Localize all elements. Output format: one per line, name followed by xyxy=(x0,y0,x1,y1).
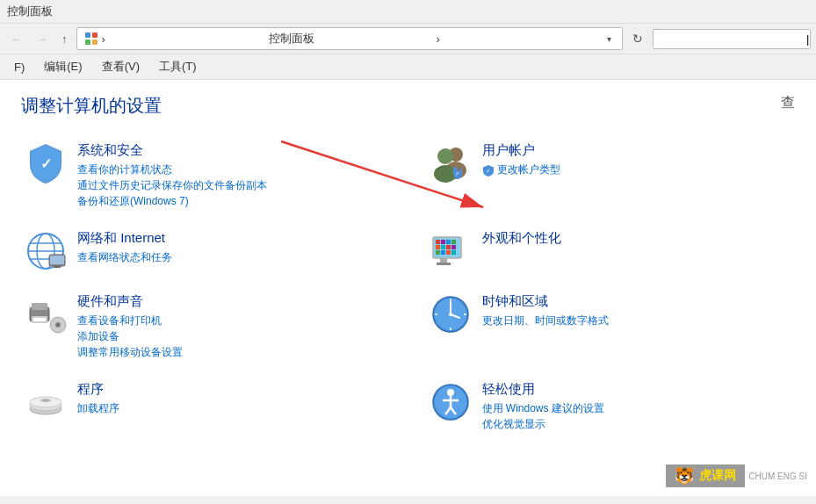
clock-icon xyxy=(430,293,472,335)
hardware-title[interactable]: 硬件和声音 xyxy=(77,293,387,310)
hardware-link-1[interactable]: 查看设备和打印机 xyxy=(77,313,387,328)
cp-item-clock[interactable]: 时钟和区域 更改日期、时间或数字格式 xyxy=(426,286,796,367)
svg-rect-35 xyxy=(440,258,447,263)
refresh-button[interactable]: ↻ xyxy=(626,29,649,48)
ease-title[interactable]: 轻松使用 xyxy=(482,381,792,398)
system-security-link-2[interactable]: 通过文件历史记录保存你的文件备份副本 xyxy=(77,177,387,193)
svg-point-9 xyxy=(437,148,453,164)
svg-rect-0 xyxy=(85,32,90,38)
system-security-text: 系统和安全 查看你的计算机状态 通过文件历史记录保存你的文件备份副本 备份和还原… xyxy=(77,142,387,209)
back-button[interactable]: ← xyxy=(5,30,27,48)
programs-link-1[interactable]: 卸载程序 xyxy=(77,400,387,416)
system-security-icon: ✓ xyxy=(25,142,67,184)
breadcrumb-label: › xyxy=(102,32,266,46)
network-title[interactable]: 网络和 Internet xyxy=(77,230,387,247)
programs-icon xyxy=(25,381,67,423)
title-bar: 控制面板 xyxy=(0,0,816,24)
forward-button[interactable]: → xyxy=(31,30,53,48)
svg-text:✓: ✓ xyxy=(486,168,491,174)
hardware-link-2[interactable]: 添加设备 xyxy=(77,328,387,344)
ease-link-2[interactable]: 优化视觉显示 xyxy=(482,416,792,432)
svg-rect-28 xyxy=(441,245,445,249)
svg-rect-1 xyxy=(92,32,97,38)
svg-point-57 xyxy=(44,400,47,401)
svg-point-43 xyxy=(57,324,60,327)
search-cursor: | xyxy=(806,32,809,46)
svg-rect-24 xyxy=(441,240,445,244)
cp-item-programs[interactable]: 程序 卸载程序 xyxy=(21,374,391,439)
svg-rect-36 xyxy=(437,263,451,265)
programs-title[interactable]: 程序 xyxy=(77,381,387,398)
view-toggle-icon[interactable]: 查 xyxy=(781,94,795,112)
cp-item-appearance[interactable]: 外观和个性化 xyxy=(426,223,796,279)
address-dropdown-button[interactable]: ▾ xyxy=(603,34,615,44)
appearance-title[interactable]: 外观和个性化 xyxy=(482,230,792,247)
up-button[interactable]: ↑ xyxy=(56,30,73,48)
svg-rect-30 xyxy=(451,245,456,249)
svg-rect-27 xyxy=(436,245,440,249)
appearance-text: 外观和个性化 xyxy=(482,230,792,249)
menu-edit[interactable]: 编辑(E) xyxy=(35,56,90,77)
cp-item-network[interactable]: 网络和 Internet 查看网络状态和任务 xyxy=(21,223,391,279)
user-accounts-link-1[interactable]: ✓ 更改帐户类型 xyxy=(482,162,792,177)
svg-rect-38 xyxy=(32,303,47,310)
clock-title[interactable]: 时钟和区域 xyxy=(482,293,792,310)
svg-rect-40 xyxy=(33,318,46,321)
control-panel-grid: ✓ 系统和安全 查看你的计算机状态 通过文件历史记录保存你的文件备份副本 备份和… xyxy=(21,135,795,439)
system-security-title[interactable]: 系统和安全 xyxy=(77,142,387,159)
cp-item-user-accounts[interactable]: ✓ 用户帐户 ✓ 更改帐户类型 xyxy=(426,135,796,216)
watermark-icon: 🐯 xyxy=(675,466,694,486)
clock-text: 时钟和区域 更改日期、时间或数字格式 xyxy=(482,293,792,328)
watermark-en: CHUM ENG SI xyxy=(748,472,807,481)
svg-rect-26 xyxy=(451,240,456,244)
svg-rect-19 xyxy=(50,256,64,264)
svg-rect-29 xyxy=(446,245,451,249)
ease-icon xyxy=(430,381,472,423)
svg-rect-3 xyxy=(92,40,97,45)
address-text: 控制面板 xyxy=(269,31,433,47)
svg-point-60 xyxy=(447,389,454,396)
search-box[interactable]: | xyxy=(653,29,811,49)
search-input[interactable] xyxy=(659,32,806,46)
hardware-link-3[interactable]: 调整常用移动设备设置 xyxy=(77,344,387,360)
appearance-icon xyxy=(430,230,472,272)
main-content: 调整计算机的设置 查 ✓ 系统和安全 查看你的计算机状态 通过文 xyxy=(0,80,816,496)
system-security-link-3[interactable]: 备份和还原(Windows 7) xyxy=(77,193,387,209)
svg-rect-33 xyxy=(446,250,451,255)
svg-text:✓: ✓ xyxy=(455,170,460,176)
svg-rect-31 xyxy=(436,250,440,255)
watermark-cn: 虎课网 xyxy=(699,468,736,484)
svg-rect-23 xyxy=(436,240,440,244)
watermark-container: 🐯 虎课网 xyxy=(666,464,745,487)
address-bar-row: ← → ↑ › 控制面板 › ▾ ↻ | xyxy=(0,24,816,54)
watermark: 🐯 虎课网 CHUM ENG SI xyxy=(666,464,807,487)
user-accounts-text: 用户帐户 ✓ 更改帐户类型 xyxy=(482,142,792,177)
page-header: 调整计算机的设置 查 xyxy=(21,94,795,118)
menu-view[interactable]: 查看(V) xyxy=(93,56,148,77)
page-title: 调整计算机的设置 xyxy=(21,94,162,118)
network-text: 网络和 Internet 查看网络状态和任务 xyxy=(77,230,387,265)
user-accounts-icon: ✓ xyxy=(430,142,472,184)
network-link-1[interactable]: 查看网络状态和任务 xyxy=(77,249,387,265)
menu-file[interactable]: F) xyxy=(5,58,33,76)
shield-small-icon: ✓ xyxy=(482,164,495,176)
programs-text: 程序 卸载程序 xyxy=(77,381,387,416)
network-icon xyxy=(25,230,67,272)
system-security-link-1[interactable]: 查看你的计算机状态 xyxy=(77,162,387,177)
menu-tools[interactable]: 工具(T) xyxy=(150,56,206,77)
svg-rect-20 xyxy=(54,266,61,268)
svg-text:✓: ✓ xyxy=(40,156,52,171)
svg-rect-34 xyxy=(451,250,456,255)
hardware-icon xyxy=(25,293,67,335)
ease-link-1[interactable]: 使用 Windows 建议的设置 xyxy=(482,400,792,416)
svg-rect-25 xyxy=(446,240,451,244)
cp-item-ease[interactable]: 轻松使用 使用 Windows 建议的设置 优化视觉显示 xyxy=(426,374,796,439)
clock-link-1[interactable]: 更改日期、时间或数字格式 xyxy=(482,313,792,328)
address-bar[interactable]: › 控制面板 › ▾ xyxy=(76,27,624,50)
user-accounts-title[interactable]: 用户帐户 xyxy=(482,142,792,159)
hardware-text: 硬件和声音 查看设备和打印机 添加设备 调整常用移动设备设置 xyxy=(77,293,387,360)
cp-item-hardware[interactable]: 硬件和声音 查看设备和打印机 添加设备 调整常用移动设备设置 xyxy=(21,286,391,367)
cp-item-system-security[interactable]: ✓ 系统和安全 查看你的计算机状态 通过文件历史记录保存你的文件备份副本 备份和… xyxy=(21,135,391,216)
menu-bar: F) 编辑(E) 查看(V) 工具(T) xyxy=(0,54,816,80)
ease-text: 轻松使用 使用 Windows 建议的设置 优化视觉显示 xyxy=(482,381,792,432)
